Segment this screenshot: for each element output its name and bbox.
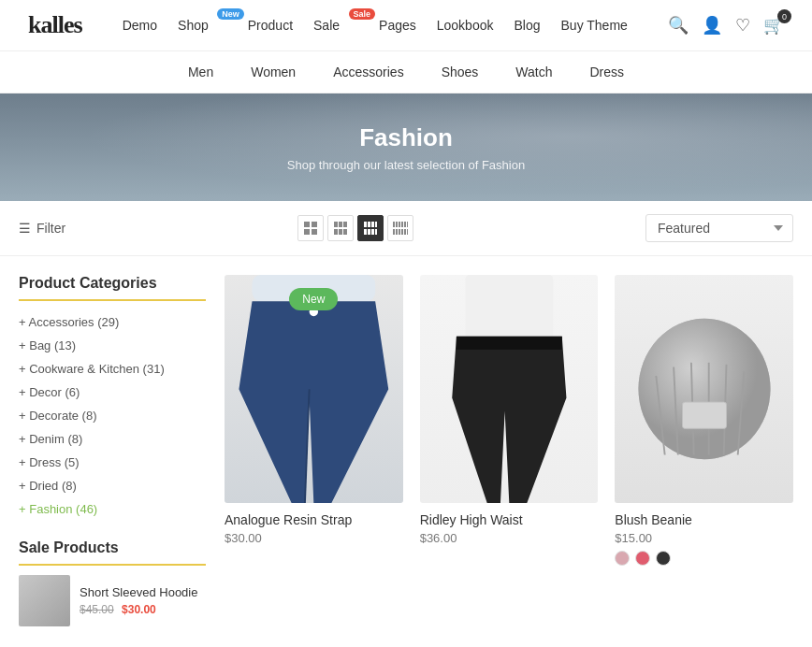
product-price-2: $36.00 bbox=[420, 531, 599, 545]
cat-nav-shoes[interactable]: Shoes bbox=[442, 65, 479, 79]
grid-6col-icon[interactable] bbox=[387, 215, 413, 241]
menu-item-lookbook[interactable]: Lookbook bbox=[437, 18, 494, 33]
menu-item-sale[interactable]: Sale Sale bbox=[313, 18, 358, 33]
cat-cookware[interactable]: + Cookware & Kitchen (31) bbox=[19, 357, 206, 381]
product-card-2[interactable]: Ridley High Waist $36.00 bbox=[420, 275, 599, 626]
cat-nav-watch[interactable]: Watch bbox=[515, 65, 552, 79]
svg-rect-11 bbox=[368, 222, 370, 227]
brand-logo[interactable]: kalles bbox=[28, 11, 82, 39]
svg-rect-2 bbox=[304, 229, 310, 235]
products-grid: New Analogue Resin Strap $30.00 bbox=[225, 275, 793, 626]
cat-denim[interactable]: + Denim (8) bbox=[19, 427, 206, 451]
swatch-pink[interactable] bbox=[635, 551, 650, 566]
menu-item-blog[interactable]: Blog bbox=[514, 18, 540, 33]
sale-product-pricing: $45.00 $30.00 bbox=[80, 603, 197, 616]
sale-product-image bbox=[19, 575, 70, 626]
product-price-3: $15.00 bbox=[615, 531, 793, 545]
swatch-blush[interactable] bbox=[615, 551, 630, 566]
color-swatches-3 bbox=[615, 551, 793, 566]
product-image-2 bbox=[420, 275, 599, 503]
cat-bag[interactable]: + Bag (13) bbox=[19, 334, 206, 357]
cat-accessories[interactable]: + Accessories (29) bbox=[19, 310, 206, 334]
svg-rect-8 bbox=[339, 229, 342, 235]
main-menu: Demo Shop New Product Sale Sale Pages Lo… bbox=[123, 18, 628, 33]
sale-badge: Sale bbox=[349, 8, 376, 20]
cat-fashion[interactable]: + Fashion (46) bbox=[19, 497, 206, 521]
category-navigation: Men Women Accessories Shoes Watch Dress bbox=[0, 51, 812, 93]
shop-badge: New bbox=[217, 8, 244, 20]
cat-nav-women[interactable]: Women bbox=[251, 65, 296, 79]
cat-decorate[interactable]: + Decorate (8) bbox=[19, 404, 206, 427]
account-icon[interactable]: 👤 bbox=[702, 15, 722, 36]
main-content: Product Categories + Accessories (29) + … bbox=[0, 256, 812, 645]
product-card-3[interactable]: Blush Beanie $15.00 bbox=[615, 275, 793, 626]
filter-icon: ☰ bbox=[19, 221, 31, 236]
cart-icon[interactable]: 🛒 0 bbox=[763, 15, 784, 36]
cat-decor[interactable]: + Decor (6) bbox=[19, 381, 206, 404]
wishlist-icon[interactable]: ♡ bbox=[735, 15, 750, 36]
cat-nav-accessories[interactable]: Accessories bbox=[333, 65, 403, 79]
svg-rect-6 bbox=[343, 222, 347, 227]
sale-price-new: $30.00 bbox=[122, 603, 156, 616]
product-name-1: Analogue Resin Strap bbox=[225, 512, 403, 527]
grid-4col-icon[interactable] bbox=[357, 215, 384, 241]
grid-3col-icon[interactable] bbox=[327, 215, 354, 241]
categories-list: + Accessories (29) + Bag (13) + Cookware… bbox=[19, 310, 206, 521]
grid-view-controls bbox=[297, 215, 413, 241]
cart-count: 0 bbox=[777, 9, 791, 23]
svg-rect-0 bbox=[304, 222, 310, 227]
product-name-2: Ridley High Waist bbox=[420, 512, 599, 527]
filter-button[interactable]: ☰ Filter bbox=[19, 221, 65, 236]
top-navigation: kalles Demo Shop New Product Sale Sale P… bbox=[0, 0, 812, 51]
hero-subtitle: Shop through our latest selection of Fas… bbox=[287, 158, 525, 172]
svg-rect-29 bbox=[407, 229, 408, 235]
sale-products-title: Sale Products bbox=[19, 539, 206, 566]
menu-item-pages[interactable]: Pages bbox=[379, 18, 416, 33]
swatch-black[interactable] bbox=[656, 551, 671, 566]
svg-rect-16 bbox=[371, 229, 374, 235]
top-icons: 🔍 👤 ♡ 🛒 0 bbox=[668, 15, 784, 36]
sort-select[interactable]: Featured Price: Low to High Price: High … bbox=[645, 214, 793, 242]
menu-item-product[interactable]: Product bbox=[248, 18, 293, 33]
svg-rect-27 bbox=[401, 229, 403, 235]
svg-rect-33 bbox=[465, 275, 553, 345]
menu-item-shop[interactable]: Shop New bbox=[178, 18, 227, 33]
svg-rect-34 bbox=[457, 337, 562, 350]
filter-label: Filter bbox=[36, 221, 65, 236]
svg-rect-22 bbox=[404, 222, 406, 227]
svg-rect-23 bbox=[407, 222, 408, 227]
svg-rect-17 bbox=[375, 229, 377, 235]
cat-dress[interactable]: + Dress (5) bbox=[19, 451, 206, 474]
svg-rect-21 bbox=[401, 222, 403, 227]
svg-rect-13 bbox=[375, 222, 377, 227]
menu-item-demo[interactable]: Demo bbox=[123, 18, 157, 33]
svg-rect-18 bbox=[393, 222, 395, 227]
product-card-1[interactable]: New Analogue Resin Strap $30.00 bbox=[225, 275, 403, 626]
search-icon[interactable]: 🔍 bbox=[668, 15, 689, 36]
product-image-3 bbox=[615, 275, 793, 503]
grid-2col-icon[interactable] bbox=[297, 215, 324, 241]
sale-product-item[interactable]: Short Sleeved Hoodie $45.00 $30.00 bbox=[19, 575, 206, 626]
svg-rect-20 bbox=[399, 222, 400, 227]
hero-banner: Fashion Shop through our latest selectio… bbox=[0, 93, 812, 201]
svg-rect-1 bbox=[312, 222, 317, 227]
cat-nav-dress[interactable]: Dress bbox=[589, 65, 624, 79]
product-badge-new-1: New bbox=[289, 288, 338, 310]
svg-rect-43 bbox=[682, 402, 726, 428]
sidebar: Product Categories + Accessories (29) + … bbox=[19, 275, 206, 626]
product-name-3: Blush Beanie bbox=[615, 512, 793, 527]
sale-product-info: Short Sleeved Hoodie $45.00 $30.00 bbox=[80, 585, 197, 616]
svg-rect-12 bbox=[371, 222, 374, 227]
filter-bar: ☰ Filter bbox=[0, 201, 812, 256]
svg-rect-15 bbox=[368, 229, 370, 235]
svg-rect-19 bbox=[396, 222, 398, 227]
cat-nav-men[interactable]: Men bbox=[188, 65, 213, 79]
cat-dried[interactable]: + Dried (8) bbox=[19, 474, 206, 497]
product-price-1: $30.00 bbox=[225, 531, 403, 545]
svg-rect-25 bbox=[396, 229, 398, 235]
menu-item-buy-theme[interactable]: Buy Theme bbox=[561, 18, 628, 33]
svg-rect-4 bbox=[334, 222, 338, 227]
svg-rect-28 bbox=[404, 229, 406, 235]
svg-rect-5 bbox=[339, 222, 342, 227]
categories-title: Product Categories bbox=[19, 275, 206, 301]
